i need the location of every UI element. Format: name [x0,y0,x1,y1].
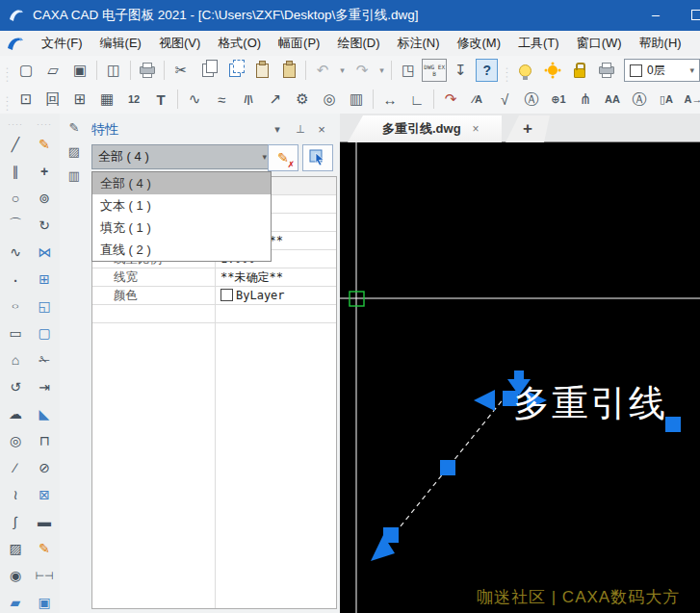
move-icon[interactable]: + [33,158,56,185]
leader-annotation-icon[interactable]: ∕A [464,88,491,111]
menu-window[interactable]: 窗口(W) [568,31,631,56]
divide-icon[interactable]: ⊘ [33,454,56,481]
close-icon[interactable]: × [314,121,329,137]
toolbar-grip[interactable]: ···· [2,95,13,103]
hatch-palette-icon[interactable]: ▨ [64,141,85,161]
line-icon[interactable]: ╱ [4,131,27,158]
library-palette-icon[interactable]: ▥ [64,166,85,185]
polygon-icon[interactable]: ⌂ [4,346,27,373]
layer-print-icon[interactable] [593,59,620,82]
spline-icon[interactable]: ∿ [4,239,27,266]
toolbar-grip[interactable]: ···· [501,66,511,74]
stretch-icon[interactable]: ▢ [33,319,56,346]
paste-icon[interactable] [248,59,275,82]
arrow-icon[interactable]: ↗ [262,88,289,111]
select-frame-icon[interactable]: ⊡ [13,88,39,111]
rectangle-icon[interactable]: ▭ [4,319,27,346]
break-icon[interactable]: ⊓ [33,427,56,454]
scale-icon[interactable]: ◱ [33,293,56,319]
menu-modify[interactable]: 修改(M) [449,31,510,56]
linear-dimension-icon[interactable]: ↔ [376,88,403,111]
copy-icon[interactable] [194,59,221,82]
maximize-button[interactable] [686,6,700,23]
menu-file[interactable]: 文件(F) [33,31,91,56]
revision-cloud-icon[interactable]: ☁ [4,400,27,427]
array-icon[interactable]: ⊞ [33,266,56,293]
table-row-lineweight[interactable]: 线宽 **未确定** [92,268,336,287]
arc-icon[interactable]: ⌒ [4,212,27,239]
segment-icon[interactable]: ∕ [4,454,27,481]
save-as-icon[interactable]: ◫ [100,59,127,82]
sheet-icon[interactable]: ▦ [93,88,120,111]
chevron-down-icon[interactable]: ▾ [270,121,285,137]
help-icon[interactable]: ? [476,59,498,82]
toolbar-grip[interactable]: ···· [37,119,52,131]
grip-square[interactable] [383,527,399,543]
print-icon[interactable] [134,59,161,82]
copy-with-basepoint-icon[interactable] [221,59,248,82]
menu-help[interactable]: 帮助(H) [631,31,690,56]
table-icon[interactable]: ⊞ [66,88,93,111]
curve-icon[interactable]: ≀ [4,481,27,508]
tolerance-icon[interactable]: ⊕1 [545,88,572,111]
dimension-style-icon[interactable]: 12 [120,88,147,111]
grip-square[interactable] [665,417,681,432]
menu-draw[interactable]: 绘图(D) [328,31,388,56]
text-arrow-icon[interactable]: A→ [680,88,700,111]
dropdown-item-text[interactable]: 文本 ( 1 ) [92,194,271,217]
circle-text-icon[interactable]: Ⓐ [626,88,653,111]
polyline-icon[interactable]: ≈ [208,88,235,111]
bearing-icon[interactable]: ◎ [316,88,343,111]
roughness-icon[interactable]: √ [491,88,518,111]
cut-icon[interactable]: ✂ [168,59,194,82]
feature-palette-icon[interactable]: ✎ [64,117,85,137]
undo-dropdown-icon[interactable]: ▾ [336,59,349,82]
gear-icon[interactable]: ⚙ [289,88,316,111]
new-tab-button[interactable]: + [506,115,550,142]
dimension-icon[interactable]: ⊢⊣ [33,562,56,589]
redo-icon[interactable]: ↷ [349,59,376,82]
chevron-down-icon[interactable]: ▾ [689,65,694,75]
partial-tool-icon[interactable]: ▣ [33,589,56,613]
selection-filter-combo[interactable]: 全部 ( 4 ) ▾ [91,144,273,169]
tab-active-document[interactable]: 多重引线.dwg × [348,115,502,142]
erase-icon[interactable]: ✎ [33,131,56,158]
point-icon[interactable]: · [4,266,27,293]
explode-icon[interactable]: ⊠ [33,481,56,508]
menu-view[interactable]: 视图(V) [150,31,209,56]
trim-curve-icon[interactable]: ↷ [437,88,464,111]
undo-icon[interactable]: ↶ [309,59,336,82]
open-file-icon[interactable]: ▱ [39,59,66,82]
grip-arrow-left[interactable] [474,390,495,411]
ellipse-icon[interactable]: ○ [4,297,27,314]
circle-icon[interactable]: ○ [4,185,27,212]
menu-annotate[interactable]: 标注(N) [388,31,448,56]
toolbar-grip[interactable]: ···· [8,119,23,131]
region-icon[interactable]: ◉ [4,562,27,589]
grip-square[interactable] [440,460,455,475]
arc-direction-icon[interactable]: ↺ [4,373,27,400]
display-window-icon[interactable]: 回 [39,88,66,111]
model-canvas[interactable]: 多重引线 咖迷社区 | CAXA数码大方 [340,142,700,613]
cylinder-icon[interactable]: ▥ [343,88,370,111]
dimension-edit-icon[interactable]: ✎ [33,535,56,562]
text-style-icon[interactable]: T [147,88,174,111]
dropdown-item-hatch[interactable]: 填充 ( 1 ) [92,217,271,239]
tab-close-icon[interactable]: × [473,122,480,136]
donut-icon[interactable]: ◎ [4,427,27,454]
redo-dropdown-icon[interactable]: ▾ [376,59,388,82]
coordinate-axes-icon[interactable]: ∟ [403,88,430,111]
menu-edit[interactable]: 编辑(E) [91,31,150,56]
color-swatch[interactable] [220,289,233,301]
menu-format[interactable]: 格式(O) [209,31,270,56]
layer-combo[interactable]: 0层 ▾ [624,59,700,82]
extend-icon[interactable]: ⇥ [33,373,56,400]
layer-thaw-sun-icon[interactable] [539,59,566,82]
double-text-icon[interactable]: AA [599,88,626,111]
new-from-template-icon[interactable]: ◳ [395,59,422,82]
hatch-icon[interactable]: ▨ [4,535,27,562]
layer-on-bulb-icon[interactable] [512,59,539,82]
copy-offset-icon[interactable]: ⊚ [33,185,56,212]
dwg-exb-convert-icon[interactable]: DWG EXB [422,59,447,82]
mirror-axis-icon[interactable]: /|\ [235,88,262,111]
